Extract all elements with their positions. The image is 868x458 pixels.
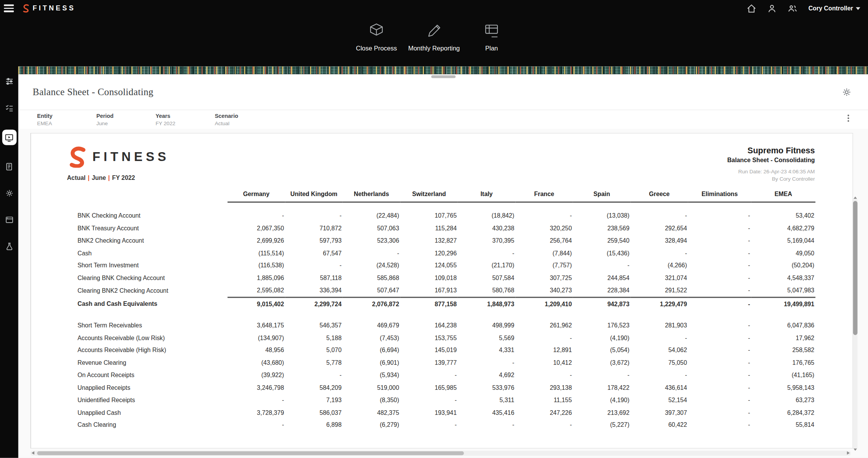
cell-value: 11,155 [515,394,573,406]
nav-card-monthly-reporting[interactable]: Monthly Reporting [407,21,461,52]
cell-value: 54,062 [630,344,688,356]
row-label: Unidentified Receipts [67,394,228,406]
row-label: Clearing BNK Checking Account [67,272,228,284]
nav-card-label: Close Process [356,45,397,51]
person-icon[interactable] [767,3,777,13]
pov-label: Scenario [215,113,274,119]
cell-value: 340,273 [515,284,573,297]
spacer-row [67,202,816,210]
cell-value: 6,898 [285,419,343,431]
cell-value: 3,246,798 [228,381,285,394]
nav-card-plan[interactable]: Plan [465,21,518,52]
cell-value: 291,522 [630,284,688,297]
media-player-icon[interactable] [2,129,16,145]
topbar-right: Cory Controller [747,3,860,13]
home-icon[interactable] [747,3,756,13]
cell-value: 1,209,410 [515,297,573,310]
report-header-right: Supremo Fitness Balance Sheet - Consolid… [727,146,815,181]
pov-period[interactable]: Period June [96,113,156,126]
column-header: Netherlands [343,191,400,202]
topbar: FITNESS [0,0,868,17]
cell-value: 5,070 [285,344,343,356]
cell-value: 120,296 [400,247,458,259]
drag-handle[interactable] [431,75,455,78]
hamburger-menu-button[interactable] [3,3,15,14]
cell-value: 244,854 [573,272,631,284]
cell-value: 482,375 [343,406,400,418]
row-label: Cash Clearing [67,419,228,431]
horizontal-scrollbar-thumb[interactable] [37,451,464,455]
nav-card-label: Monthly Reporting [408,45,460,51]
cell-value: 2,699,926 [228,234,285,247]
balance-sheet-table: GermanyUnited KingdomNetherlandsSwitzerl… [67,191,816,431]
scroll-up-arrow-icon[interactable] [854,196,857,199]
table-row: On Account Receipts(39,922)-(5,934)-4,69… [67,369,816,381]
cell-value: 132,827 [400,234,458,247]
cell-value: - [630,209,688,221]
sliders-icon[interactable] [4,76,14,86]
cell-value: - [688,406,751,418]
cell-value: - [630,331,688,344]
cell-value: - [515,419,573,431]
vertical-scrollbar[interactable] [853,198,858,450]
cell-value: 49,050 [751,247,816,259]
fitness-s-logo-icon [22,4,30,13]
table-row: Unidentified Receipts-7,193(8,350)-5,311… [67,394,816,406]
report-logo-text: FITNESS [92,149,169,164]
row-label-header [67,191,228,202]
cell-value: - [515,331,573,344]
checklist-icon[interactable] [4,103,14,113]
cell-value: - [400,394,458,406]
cell-value: - [688,394,751,406]
gear-icon[interactable] [4,188,14,198]
app-logo-text: FITNESS [33,5,75,12]
scroll-down-arrow-icon[interactable] [854,448,857,451]
flask-icon[interactable] [4,242,14,252]
pov-years[interactable]: Years FY 2022 [156,113,215,126]
pov-scenario[interactable]: Scenario Actual [215,113,274,126]
app: FITNESS [0,0,868,458]
scroll-right-arrow-icon[interactable] [847,451,850,455]
journal-icon[interactable] [4,162,14,172]
user-menu[interactable]: Cory Controller [808,5,860,12]
cell-value: 5,047,983 [751,284,816,297]
settings-gear-icon[interactable] [842,87,851,97]
cell-value: 498,999 [458,319,516,331]
scroll-left-arrow-icon[interactable] [32,451,34,455]
cell-value: 328,494 [630,234,688,247]
cell-value: (4,190) [573,331,631,344]
table-row: Short Term Investment(116,538)-(24,528)1… [67,259,816,272]
horizontal-scrollbar[interactable] [30,451,851,456]
cell-value: - [688,381,751,394]
cell-value: 507,584 [458,272,516,284]
cell-value: - [688,419,751,431]
pov-actions-kebab-icon[interactable] [848,115,849,122]
people-icon[interactable] [788,3,797,13]
card-icon[interactable] [4,215,14,225]
cell-value: 587,118 [285,272,343,284]
table-row: BNK2 Checking Account2,699,926597,793523… [67,234,816,247]
table-row: Unapplied Receipts3,246,798584,209519,00… [67,381,816,394]
page-title: Balance Sheet - Consolidating [33,86,154,98]
cell-value: - [688,356,751,369]
cell-value: (43,680) [228,356,285,369]
pov-value: Actual [215,120,274,126]
cell-value: - [228,394,285,406]
cell-value: 164,238 [400,319,458,331]
row-label: BNK Treasury Account [67,222,228,234]
cell-value: 9,015,402 [228,297,285,310]
cell-value: (3,672) [573,356,631,369]
cell-value: 5,958,143 [751,381,816,394]
nav-card-close-process[interactable]: Close Process [350,21,403,52]
column-header: Italy [458,191,516,202]
pov-entity[interactable]: Entity EMEA [37,113,96,126]
pov-value: June [96,120,156,126]
cell-value: 597,793 [285,234,343,247]
cell-value: 586,037 [285,406,343,418]
vertical-scrollbar-thumb[interactable] [853,201,858,335]
cell-value: 293,138 [515,381,573,394]
column-header: Germany [228,191,285,202]
cell-value: (39,922) [228,369,285,381]
cell-value: 258,582 [751,344,816,356]
cell-value: 585,868 [343,272,400,284]
